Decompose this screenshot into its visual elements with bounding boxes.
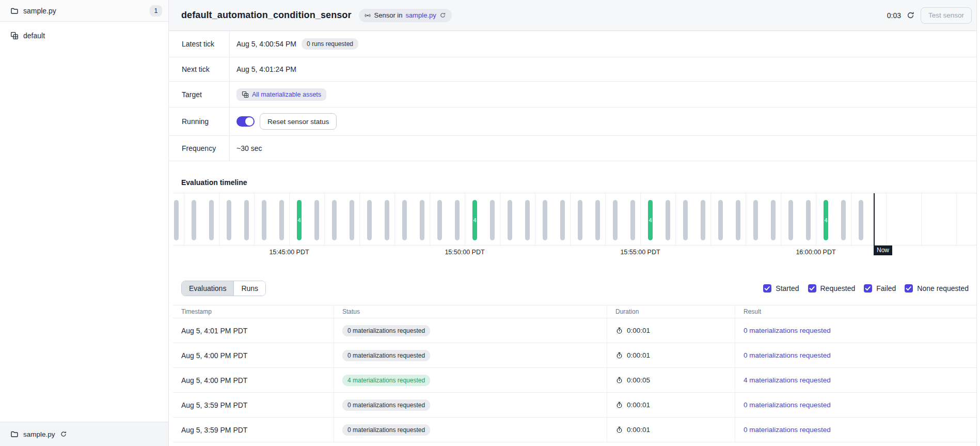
tick-bar-none[interactable]: [701, 200, 705, 240]
timeline-gridline: [430, 193, 430, 245]
stopwatch-icon: [615, 376, 624, 385]
meta-label: Frequency: [169, 136, 230, 161]
cell-status: 4 materializations requested: [334, 368, 607, 392]
tick-bar-none[interactable]: [753, 200, 758, 240]
cell-duration: 0:00:01: [607, 318, 735, 343]
tick-bar-requested[interactable]: 4: [472, 200, 477, 240]
folder-icon: [10, 430, 19, 438]
timeline-gridline: [816, 193, 816, 245]
tick-bar-none[interactable]: [367, 200, 372, 240]
tick-bar-none[interactable]: [806, 200, 811, 240]
tick-bar-requested[interactable]: 4: [824, 200, 828, 240]
tick-bar-none[interactable]: [543, 200, 547, 240]
meta-label: Next tick: [169, 57, 230, 81]
tick-bar-none[interactable]: [560, 200, 565, 240]
tick-bar-none[interactable]: [279, 200, 284, 240]
timeline-gridline: [535, 193, 535, 245]
result-link[interactable]: 0 materializations requested: [744, 426, 831, 434]
tick-bar-none[interactable]: [350, 200, 354, 240]
tick-bar-none[interactable]: [859, 200, 863, 240]
tick-bar-none[interactable]: [613, 200, 618, 240]
checkbox-checked-icon[interactable]: [864, 284, 872, 293]
column-header-result: Result: [735, 305, 976, 318]
sidebar-file-header[interactable]: sample.py 1: [0, 0, 168, 22]
timestamp-value: Aug 5, 4:00 PM PDT: [181, 376, 247, 385]
tick-bar-none[interactable]: [227, 200, 231, 240]
tick-bar-none[interactable]: [841, 200, 846, 240]
running-toggle[interactable]: [236, 116, 255, 127]
tick-bar-none[interactable]: [262, 200, 266, 240]
reload-location-icon[interactable]: [60, 430, 67, 438]
meta-row-next-tick: Next tick Aug 5, 4:01:24 PM: [169, 57, 980, 82]
tick-bar-none[interactable]: [209, 200, 214, 240]
folder-icon: [10, 7, 19, 15]
sidebar-item-default[interactable]: default: [0, 27, 168, 44]
tick-bar-none[interactable]: [578, 200, 582, 240]
tick-bar-none[interactable]: [771, 200, 776, 240]
header-actions: 0:03 Test sensor: [887, 7, 972, 24]
scrollbar-track[interactable]: [976, 0, 980, 446]
result-link[interactable]: 0 materializations requested: [744, 351, 831, 359]
tick-bar-none[interactable]: [683, 200, 688, 240]
tick-bar-none[interactable]: [718, 200, 723, 240]
tick-bar-none[interactable]: [420, 200, 424, 240]
cell-duration: 0:00:01: [607, 393, 735, 417]
tick-bar-none[interactable]: [244, 200, 249, 240]
filter-requested[interactable]: Requested: [808, 284, 856, 293]
tab-evaluations[interactable]: Evaluations: [182, 281, 233, 296]
tick-bar-requested[interactable]: 4: [648, 200, 653, 240]
tick-bar-none[interactable]: [402, 200, 407, 240]
tick-bar-none[interactable]: [174, 200, 179, 240]
evaluation-row: Aug 5, 3:59 PM PDT0 materializations req…: [173, 418, 976, 442]
tick-bar-none[interactable]: [595, 200, 600, 240]
timeline-gridline: [605, 193, 606, 245]
tick-bar-none[interactable]: [332, 200, 337, 240]
timeline-axis-label: 15:50:00 PDT: [434, 249, 496, 256]
reset-sensor-status-button[interactable]: Reset sensor status: [260, 113, 337, 130]
sensor-chip-file-link[interactable]: sample.py: [405, 11, 436, 19]
tick-bar-none[interactable]: [455, 200, 460, 240]
tick-run-count: 4: [473, 217, 476, 223]
timestamp-value: Aug 5, 4:01 PM PDT: [181, 327, 247, 335]
tick-bar-none[interactable]: [192, 200, 196, 240]
sensor-icon: [364, 12, 371, 19]
tick-bar-none[interactable]: [525, 200, 530, 240]
target-assets-chip[interactable]: All materializable assets: [236, 88, 326, 101]
tick-bar-none[interactable]: [385, 200, 389, 240]
tab-runs[interactable]: Runs: [233, 281, 265, 296]
tick-bar-none[interactable]: [666, 200, 670, 240]
tick-bar-none[interactable]: [314, 200, 319, 240]
tick-bar-none[interactable]: [736, 200, 740, 240]
tick-bar-none[interactable]: [508, 200, 512, 240]
tick-bar-none[interactable]: [490, 200, 495, 240]
sidebar-item-list: default: [0, 22, 168, 422]
refresh-icon[interactable]: [439, 12, 447, 19]
checkbox-checked-icon[interactable]: [808, 284, 816, 293]
tick-bar-none[interactable]: [788, 200, 793, 240]
page-title: default_automation_condition_sensor: [181, 10, 352, 21]
evaluations-toolbar: EvaluationsRuns StartedRequestedFailedNo…: [169, 281, 980, 296]
checkbox-checked-icon[interactable]: [763, 284, 771, 293]
result-link[interactable]: 0 materializations requested: [744, 401, 831, 409]
filter-none-requested[interactable]: None requested: [905, 284, 969, 293]
sidebar-footer[interactable]: sample.py: [0, 422, 168, 446]
timeline-gridline: [746, 193, 746, 245]
filter-started[interactable]: Started: [763, 284, 799, 293]
test-sensor-button[interactable]: Test sensor: [921, 7, 972, 24]
sensor-location-chip[interactable]: Sensor in sample.py: [359, 9, 452, 22]
result-link[interactable]: 0 materializations requested: [744, 327, 831, 334]
cell-result: 0 materializations requested: [735, 343, 976, 367]
timeline-gridline: [781, 193, 781, 245]
asset-group-icon: [242, 91, 249, 98]
toggle-knob: [245, 117, 254, 126]
tick-bar-none[interactable]: [437, 200, 442, 240]
checkbox-checked-icon[interactable]: [905, 284, 913, 293]
tick-bar-requested[interactable]: 4: [297, 200, 302, 240]
timeline-gridline: [465, 193, 465, 245]
filter-failed[interactable]: Failed: [864, 284, 896, 293]
tick-bar-none[interactable]: [630, 200, 635, 240]
duration-value: 0:00:05: [627, 376, 650, 384]
meta-row-target: Target All materializable assets: [169, 82, 980, 107]
result-link[interactable]: 4 materializations requested: [744, 376, 831, 384]
refresh-icon[interactable]: [906, 11, 915, 20]
